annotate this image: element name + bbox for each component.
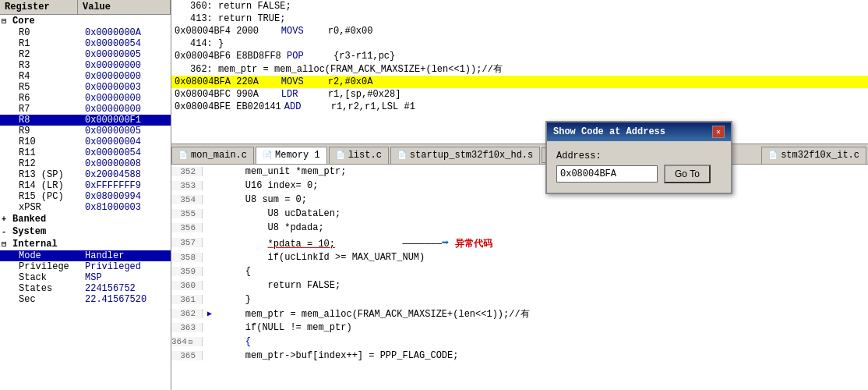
line-num-359: 359 [171,267,203,276]
disasm-line-7: 0x08004BFA 220A MOVS r2,#0x0A [171,76,868,88]
tab-memory1[interactable]: 📄 Memory 1 [256,147,327,164]
reg-value-states: 224156752 [82,283,136,294]
tab-list[interactable]: 📄 list.c [329,147,389,164]
line-code-365: mem_ptr->buf[index++] = PPP_FLAG_CODE; [217,350,458,361]
line-num-360: 360 [171,281,203,290]
reg-row-r13[interactable]: R13 (SP)0x20004588 [0,169,171,180]
reg-row-sec[interactable]: Sec22.41567520 [0,294,171,305]
reg-row-mode[interactable]: ModeHandler [0,250,171,261]
system-group-header[interactable]: - System [0,225,171,238]
reg-value-stack: MSP [82,272,102,283]
disasm-line-1: 360: return FALSE; [171,0,868,12]
reg-row-r5[interactable]: R50x00000003 [0,82,171,93]
line-code-354: U8 sum = 0; [217,194,307,205]
source-line-365: 365 mem_ptr->buf[index++] = PPP_FLAG_COD… [171,349,868,363]
reg-row-r9[interactable]: R90x00000005 [0,126,171,136]
reg-row-xpsr[interactable]: xPSR0x81000003 [0,202,171,213]
reg-row-r7[interactable]: R70x00000000 [0,104,171,115]
disasm-mnem-3: MOVS [281,26,328,37]
reg-value-r13: 0x20004588 [82,169,141,180]
source-area: 352 mem_unit *mem_ptr; 353 U16 index= 0;… [171,165,868,390]
disasm-mnem-9: ADD [284,101,331,112]
reg-value-sec: 22.41567520 [82,294,146,305]
banked-group-header[interactable]: + Banked [0,213,171,225]
reg-value-r0: 0x0000000A [82,27,141,38]
value-col-header: Value [78,0,171,14]
source-line-358: 358 if(ucLinkId >= MAX_UART_NUM) [171,250,868,264]
tab-label-startup: startup_stm32f10x_hd.s [410,150,533,161]
reg-value-r1: 0x00000054 [82,38,141,49]
address-input[interactable] [556,165,658,183]
disasm-mnem-7: MOVS [281,76,328,87]
system-expand-icon[interactable]: - [2,228,12,236]
internal-group-header[interactable]: ⊟ Internal [0,238,171,250]
tab-icon-memory1: 📄 [263,151,272,160]
source-line-364: 364 ⊟ { [171,335,868,349]
dialog-close-button[interactable]: ✕ [712,126,725,138]
tab-startup[interactable]: 📄 startup_stm32f10x_hd.s [390,147,540,164]
reg-name-r10: R10 [16,136,82,147]
reg-name-r4: R4 [16,71,82,82]
line-num-358: 358 [171,253,203,262]
reg-row-states[interactable]: States224156752 [0,283,171,294]
reg-name-r0: R0 [16,27,82,38]
reg-value-r7: 0x00000000 [82,104,141,115]
disasm-ops-5: {r3-r11,pc} [333,51,395,62]
core-group-header[interactable]: ⊟ Core [0,15,171,27]
reg-name-states: States [16,283,82,294]
reg-name-r3: R3 [16,60,82,71]
line-code-360: return FALSE; [217,280,340,291]
reg-row-r1[interactable]: R10x00000054 [0,38,171,49]
register-body: ⊟ Core R00x0000000A R10x00000054 R20x000… [0,15,171,390]
source-line-354: 354 U8 sum = 0; [171,193,868,207]
source-scroll[interactable]: 352 mem_unit *mem_ptr; 353 U16 index= 0;… [171,165,868,390]
disasm-ops-3: r0,#0x00 [328,26,373,37]
reg-row-r0[interactable]: R00x0000000A [0,27,171,38]
disasm-line-8: 0x08004BFC 990A LDR r1,[sp,#0x28] [171,88,868,101]
reg-row-r14[interactable]: R14 (LR)0xFFFFFFF9 [0,180,171,191]
address-label: Address: [556,151,722,161]
core-expand-icon[interactable]: ⊟ [2,16,12,26]
register-header: Register Value [0,0,171,15]
reg-value-r14: 0xFFFFFFF9 [82,180,141,191]
reg-value-r9: 0x00000005 [82,126,141,136]
system-group-label: System [12,226,46,237]
reg-row-r2[interactable]: R20x00000005 [0,49,171,60]
line-code-356: U8 *pdada; [217,222,324,233]
reg-row-r12[interactable]: R120x00000008 [0,158,171,169]
reg-row-r10[interactable]: R100x00000004 [0,136,171,147]
register-panel: Register Value ⊟ Core R00x0000000A R10x0… [0,0,171,390]
reg-row-r4[interactable]: R40x00000000 [0,71,171,82]
line-code-362: mem_ptr = mem_alloc(FRAM_ACK_MAXSIZE+(le… [217,307,530,321]
reg-row-r8[interactable]: R80x000000F1 [0,115,171,126]
reg-name-xpsr: xPSR [16,202,82,213]
reg-name-r12: R12 [16,158,82,169]
close-icon: ✕ [716,127,721,136]
disasm-line-9: 0x08004BFE EB020141 ADD r1,r2,r1,LSL #1 [171,101,868,113]
disasm-scroll[interactable]: 360: return FALSE; 413: return TRUE; 0x0… [171,0,868,144]
line-num-355: 355 [171,209,203,218]
reg-row-r6[interactable]: R60x00000000 [0,93,171,104]
reg-row-r3[interactable]: R30x00000000 [0,60,171,71]
reg-row-privilege[interactable]: PrivilegePrivileged [0,261,171,272]
tab-stm32[interactable]: 📄 stm32f10x_it.c [761,147,866,164]
banked-expand-icon[interactable]: + [2,215,12,224]
goto-button[interactable]: Go To [664,165,711,183]
source-line-352: 352 mem_unit *mem_ptr; [171,165,868,179]
tab-mon-main[interactable]: 📄 mon_main.c [171,147,254,164]
reg-row-stack[interactable]: StackMSP [0,272,171,283]
line-num-356: 356 [171,223,203,232]
reg-row-r11[interactable]: R110x00000054 [0,147,171,158]
internal-expand-icon[interactable]: ⊟ [2,239,12,249]
reg-name-r6: R6 [16,93,82,104]
reg-name-privilege: Privilege [16,261,82,272]
source-line-355: 355 U8 ucDataLen; [171,207,868,221]
disasm-line-2: 413: return TRUE; [171,12,868,25]
register-col-header: Register [0,0,78,14]
line-code-358: if(ucLinkId >= MAX_UART_NUM) [217,252,425,263]
reg-row-r15[interactable]: R15 (PC)0x08000994 [0,191,171,202]
reg-name-sec: Sec [16,294,82,305]
disasm-addr-5: 0x08004BF6 E8BD8FF8 [175,51,287,62]
reg-name-r13: R13 (SP) [16,169,82,180]
source-line-362: 362 ▶ mem_ptr = mem_alloc(FRAM_ACK_MAXSI… [171,307,868,321]
